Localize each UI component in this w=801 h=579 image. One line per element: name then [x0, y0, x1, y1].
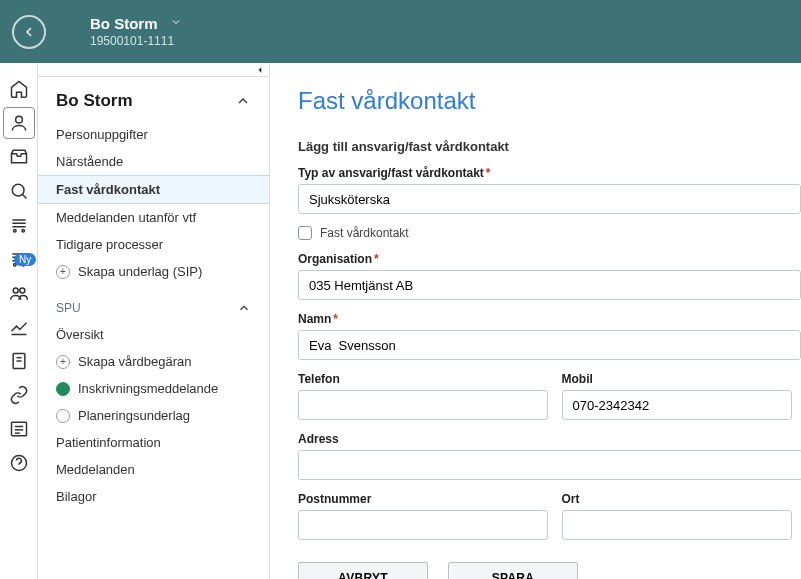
sidebar-item-skapa-vardbegaran[interactable]: Skapa vårdbegäran [38, 348, 269, 375]
fast-vardkontakt-checkbox-row[interactable]: Fast vårdkontakt [298, 226, 801, 240]
sidebar-item-tidigare-processer[interactable]: Tidigare processer [38, 231, 269, 258]
document-icon [9, 351, 29, 371]
sidebar-item-label: Inskrivningsmeddelande [78, 381, 218, 396]
rail-link[interactable] [3, 379, 35, 411]
status-dot-icon [56, 409, 70, 423]
back-button[interactable] [12, 15, 46, 49]
label-mobil: Mobil [562, 372, 802, 386]
svg-point-8 [19, 288, 24, 293]
sidebar-item-personuppgifter[interactable]: Personuppgifter [38, 121, 269, 148]
sidebar-item-label: Planeringsunderlag [78, 408, 190, 423]
sidebar-item-narstaende[interactable]: Närstående [38, 148, 269, 175]
rail-people[interactable] [3, 277, 35, 309]
svg-point-4 [21, 230, 24, 233]
svg-point-3 [13, 230, 16, 233]
inbox-icon [9, 147, 29, 167]
cart-icon [9, 215, 29, 235]
chevron-down-icon [170, 16, 182, 28]
sidebar-section-spu[interactable]: SPU [38, 285, 269, 321]
sidebar: Bo Storm Personuppgifter Närstående Fast… [38, 63, 270, 579]
postnummer-input[interactable] [298, 510, 548, 540]
mobil-input[interactable] [562, 390, 792, 420]
rail-reports[interactable] [3, 311, 35, 343]
rail-cart-1[interactable] [3, 209, 35, 241]
sidebar-item-meddelanden[interactable]: Meddelanden [38, 456, 269, 483]
label-adress: Adress [298, 432, 801, 446]
patient-id: 19500101-1111 [90, 34, 182, 48]
svg-point-7 [13, 288, 18, 293]
sidebar-item-bilagor[interactable]: Bilagor [38, 483, 269, 510]
sidebar-item-label: Skapa vårdbegäran [78, 354, 191, 369]
rail-inbox[interactable] [3, 141, 35, 173]
sidebar-item-label: Översikt [56, 327, 104, 342]
status-dot-icon [56, 382, 70, 396]
label-telefon: Telefon [298, 372, 538, 386]
rail-patient[interactable] [3, 107, 35, 139]
sidebar-item-label: Meddelanden [56, 462, 135, 477]
label-organisation: Organisation* [298, 252, 801, 266]
arrow-left-icon [21, 24, 37, 40]
sidebar-item-inskrivningsmeddelande[interactable]: Inskrivningsmeddelande [38, 375, 269, 402]
sidebar-item-skapa-underlag-sip[interactable]: Skapa underlag (SIP) [38, 258, 269, 285]
sidebar-item-label: Tidigare processer [56, 237, 163, 252]
sidebar-item-label: Bilagor [56, 489, 96, 504]
patient-name: Bo Storm [90, 15, 158, 32]
sidebar-section-patient[interactable]: Bo Storm [38, 91, 269, 121]
form-lead: Lägg till ansvarig/fast vårdkontakt [298, 139, 801, 154]
telefon-input[interactable] [298, 390, 548, 420]
plus-icon [56, 355, 70, 369]
top-bar: Bo Storm 19500101-1111 [0, 0, 801, 63]
label-postnummer: Postnummer [298, 492, 538, 506]
sidebar-item-planeringsunderlag[interactable]: Planeringsunderlag [38, 402, 269, 429]
main-content: Fast vårdkontakt Lägg till ansvarig/fast… [270, 63, 801, 579]
search-icon [9, 181, 29, 201]
sidebar-section-title: Bo Storm [56, 91, 133, 111]
rail-home[interactable] [3, 73, 35, 105]
save-button[interactable]: SPARA [448, 562, 578, 579]
help-icon [9, 453, 29, 473]
organisation-input[interactable] [298, 270, 801, 300]
svg-point-1 [12, 184, 24, 196]
rail-help[interactable] [3, 447, 35, 479]
namn-input[interactable] [298, 330, 801, 360]
sidebar-item-label: Fast vårdkontakt [56, 182, 160, 197]
patient-menu-toggle[interactable] [170, 16, 182, 31]
sidebar-item-label: Meddelanden utanför vtf [56, 210, 196, 225]
news-icon [9, 419, 29, 439]
sidebar-item-oversikt[interactable]: Översikt [38, 321, 269, 348]
chevron-up-icon [237, 301, 251, 315]
link-icon [9, 385, 29, 405]
label-type: Typ av ansvarig/fast vårdkontakt* [298, 166, 801, 180]
sidebar-item-label: Patientinformation [56, 435, 161, 450]
checkbox-icon [298, 226, 312, 240]
cancel-button[interactable]: AVBRYT [298, 562, 428, 579]
people-icon [9, 283, 29, 303]
home-icon [9, 79, 29, 99]
sidebar-item-label: Personuppgifter [56, 127, 148, 142]
chart-icon [9, 317, 29, 337]
sidebar-item-patientinformation[interactable]: Patientinformation [38, 429, 269, 456]
checkbox-label: Fast vårdkontakt [320, 226, 409, 240]
sidebar-spu-title: SPU [56, 301, 81, 315]
rail-search[interactable] [3, 175, 35, 207]
label-namn: Namn* [298, 312, 801, 326]
svg-point-0 [15, 116, 22, 123]
patient-header: Bo Storm 19500101-1111 [90, 15, 182, 48]
rail-doc[interactable] [3, 345, 35, 377]
person-icon [9, 113, 29, 133]
type-select[interactable] [298, 184, 801, 214]
adress-input[interactable] [298, 450, 801, 480]
page-title: Fast vårdkontakt [298, 87, 801, 115]
label-ort: Ort [562, 492, 802, 506]
sidebar-item-meddelanden-utanfor[interactable]: Meddelanden utanför vtf [38, 204, 269, 231]
rail-news[interactable] [3, 413, 35, 445]
chevron-left-icon [255, 65, 265, 75]
sidebar-item-label: Skapa underlag (SIP) [78, 264, 202, 279]
ort-input[interactable] [562, 510, 792, 540]
sidebar-item-fast-vardkontakt[interactable]: Fast vårdkontakt [38, 175, 269, 204]
sidebar-item-label: Närstående [56, 154, 123, 169]
plus-icon [56, 265, 70, 279]
sidebar-collapse[interactable] [38, 63, 269, 77]
icon-rail: Ny [0, 63, 38, 579]
chevron-up-icon [235, 93, 251, 109]
